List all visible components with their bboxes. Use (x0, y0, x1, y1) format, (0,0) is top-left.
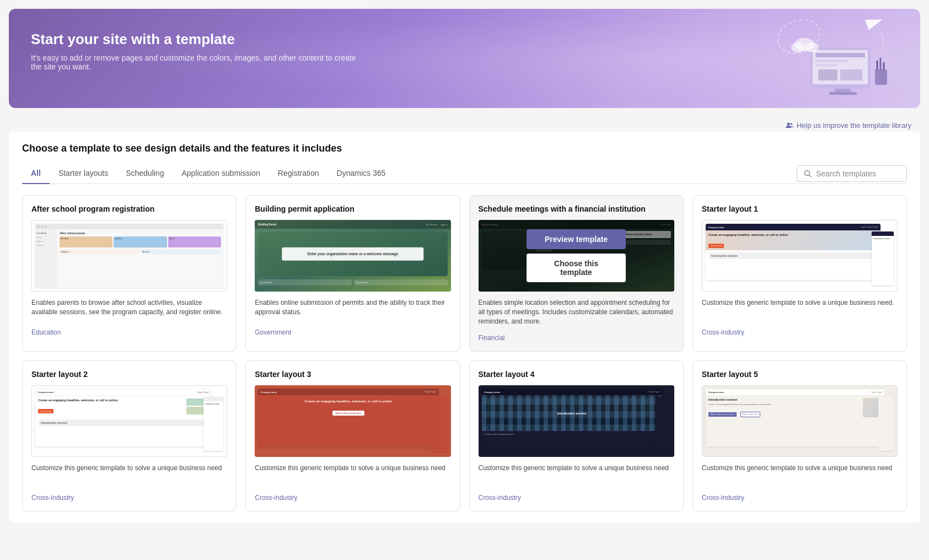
svg-line-21 (809, 175, 812, 177)
card-desc-starter5: Customize this generic template to solve… (702, 464, 898, 486)
card-title-starter5: Starter layout 5 (702, 370, 898, 379)
template-card-starter5[interactable]: Starter layout 5 Company name Page1 Page… (692, 360, 907, 511)
help-link-text: Help us improve the template library (797, 121, 911, 130)
tabs-container: All Starter layouts Scheduling Applicati… (22, 163, 394, 184)
svg-point-17 (806, 42, 819, 52)
card-tag-starter4[interactable]: Cross-industry (479, 494, 521, 502)
svg-rect-7 (818, 69, 837, 80)
card-title-starter3: Starter layout 3 (255, 370, 450, 379)
card-desc-building: Enables online submission of permits and… (255, 298, 450, 320)
template-card-starter2[interactable]: Starter layout 2 Company name Page1 Page… (22, 360, 237, 511)
tab-application-submission[interactable]: Application submission (173, 163, 269, 184)
tab-scheduling[interactable]: Scheduling (117, 163, 173, 184)
card-desc-afterschool: Enables parents to browse after school a… (31, 298, 227, 320)
tabs-row: All Starter layouts Scheduling Applicati… (22, 163, 907, 184)
section-title: Choose a template to see design details … (22, 143, 907, 154)
card-preview-schedule: Select Location Book Now Location Map We… (479, 220, 674, 292)
tab-registration[interactable]: Registration (269, 163, 328, 184)
hero-illustration (788, 14, 898, 103)
card-title-starter1: Starter layout 1 (702, 204, 898, 213)
card-tag-starter2[interactable]: Cross-industry (31, 494, 74, 502)
card-preview-starter3: Company name Page1 Page2 Create an engag… (255, 385, 450, 457)
search-box[interactable]: Search templates (797, 165, 907, 182)
preview-template-button[interactable]: Preview template (527, 229, 626, 249)
svg-rect-9 (835, 89, 851, 92)
card-title-starter4: Starter layout 4 (479, 370, 674, 379)
card-title-building: Building permit application (255, 204, 450, 213)
card-title-afterschool: After school program registration (31, 204, 227, 213)
template-card-starter1[interactable]: Starter layout 1 Company name Page1 Page… (692, 195, 907, 352)
card-desc-starter1: Customize this generic template to solve… (702, 298, 898, 320)
svg-point-16 (791, 42, 804, 52)
svg-rect-6 (815, 64, 837, 67)
svg-rect-8 (840, 69, 862, 80)
card-preview-afterschool: Company Home Classes Register After scho… (31, 220, 227, 292)
main-content: Choose a template to see design details … (9, 132, 920, 523)
card-title-starter2: Starter layout 2 (31, 370, 227, 379)
card-preview-starter1: Company name Page1 Page2 Page3 Create an… (702, 220, 898, 292)
template-card-starter4[interactable]: Starter layout 4 Company name Page1 Page… (469, 360, 684, 511)
hover-overlay: Preview template Choose this template (479, 220, 674, 292)
card-tag-starter3[interactable]: Cross-industry (255, 494, 297, 502)
card-preview-starter5: Company name Page1 Page2 Introduction se… (702, 385, 898, 457)
card-desc-schedule: Enables simple location selection and ap… (479, 298, 674, 326)
help-improve-link[interactable]: Help us improve the template library (0, 117, 920, 132)
hero-banner: Start your site with a template It's eas… (9, 9, 920, 108)
hero-subtitle: It's easy to add or remove pages and cus… (31, 53, 362, 71)
card-desc-starter4: Customize this generic template to solve… (479, 464, 674, 486)
search-icon (804, 170, 812, 177)
card-tag-schedule[interactable]: Financial (479, 334, 505, 342)
tab-dynamics365[interactable]: Dynamics 365 (328, 163, 395, 184)
card-tag-afterschool[interactable]: Education (31, 329, 61, 336)
card-tag-starter5[interactable]: Cross-industry (702, 494, 744, 502)
card-preview-building: Building Permit Our Permits Sign in Ente… (255, 220, 450, 292)
search-placeholder: Search templates (816, 169, 876, 178)
svg-rect-5 (815, 60, 849, 62)
template-card-starter3[interactable]: Starter layout 3 Company name Page1 Page… (245, 360, 460, 511)
card-tag-building[interactable]: Government (255, 329, 291, 336)
template-card-building[interactable]: Building permit application Building Per… (245, 195, 460, 352)
card-desc-starter3: Customize this generic template to solve… (255, 464, 450, 486)
card-preview-starter2: Company name Page1 Page2 Create an engag… (31, 385, 227, 457)
template-card-afterschool[interactable]: After school program registration Compan… (22, 195, 237, 352)
tab-all[interactable]: All (22, 163, 50, 184)
svg-point-18 (787, 122, 790, 125)
card-tag-starter1[interactable]: Cross-industry (702, 329, 744, 336)
hero-title: Start your site with a template (31, 31, 898, 48)
svg-point-19 (790, 123, 792, 125)
card-desc-starter2: Customize this generic template to solve… (31, 464, 227, 486)
svg-rect-4 (815, 53, 865, 57)
card-preview-starter4: Company name Page1 Page2 Introduction se… (479, 385, 674, 457)
card-title-schedule: Schedule meetings with a financial insti… (479, 204, 674, 213)
template-grid: After school program registration Compan… (22, 195, 907, 511)
tab-starter-layouts[interactable]: Starter layouts (50, 163, 117, 184)
choose-template-button[interactable]: Choose this template (527, 254, 626, 282)
template-card-schedule[interactable]: Schedule meetings with a financial insti… (469, 195, 684, 352)
svg-rect-11 (875, 69, 887, 85)
svg-rect-10 (829, 92, 857, 95)
people-icon (786, 122, 793, 130)
